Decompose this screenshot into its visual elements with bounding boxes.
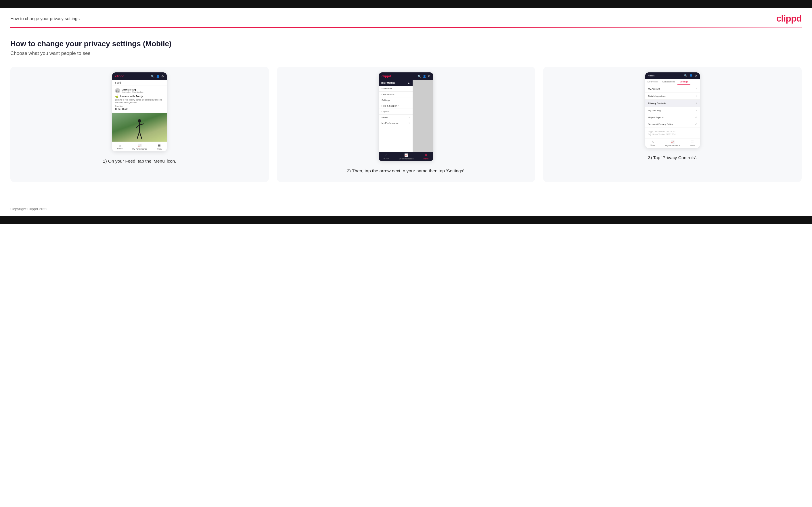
phone2-logo: clippd: [382, 74, 391, 78]
user-icon: 👤: [689, 74, 693, 77]
menu-section-home-label: Home: [382, 116, 388, 119]
feed-description: Looking to feel like my hands are exitin…: [115, 99, 164, 104]
phone1-feed-tab: Feed: [112, 80, 167, 86]
phone1-menu-tab[interactable]: ☰ Menu: [157, 144, 162, 150]
phone1-header: clippd 🔍 👤 ⚙: [112, 72, 167, 80]
phone2-menu-panel: Blair McHarg ▲ My Profile Connections Se…: [379, 80, 413, 152]
phone3-tabs: My Profile Connections Settings: [645, 79, 700, 85]
back-button[interactable]: ‹ Back: [648, 74, 655, 77]
setting-help-support-label: Help & Support: [648, 116, 664, 119]
performance-icon: 📈: [404, 153, 408, 157]
phone3-icons: 🔍 👤 ⚙: [684, 74, 697, 77]
menu-icon: ☰: [158, 144, 161, 147]
search-icon: 🔍: [151, 75, 154, 78]
phone2-icons: 🔍 👤 ⚙: [417, 75, 430, 78]
phone3-home-tab: ⌂ Home: [650, 140, 656, 147]
menu-item-connections[interactable]: Connections: [379, 92, 413, 97]
menu-label: Menu: [690, 145, 695, 147]
svg-point-0: [138, 119, 141, 123]
menu-label: Menu: [157, 148, 162, 150]
footer: Copyright Clippd 2022: [0, 202, 812, 216]
version-text-1: Clippd Client Version: 2022.8.3-3: [648, 130, 675, 132]
home-label: Home: [384, 157, 389, 159]
logo: clippd: [776, 13, 802, 24]
home-label: Home: [117, 148, 122, 150]
setting-service-privacy[interactable]: Service & Privacy Policy ↗: [645, 121, 700, 128]
phone3-bottom-nav: ⌂ Home 📈 My Performance ☰ Menu: [645, 138, 700, 148]
setting-service-privacy-label: Service & Privacy Policy: [648, 123, 673, 125]
main-content: How to change your privacy settings (Mob…: [0, 28, 812, 202]
phone1-bottom-nav: ⌂ Home 📈 My Performance ☰ Menu: [112, 142, 167, 151]
phone2-header: clippd 🔍 👤 ⚙: [379, 72, 433, 80]
version-text-2: GQL Server Version: 2022.7.30-1: [648, 133, 676, 135]
setting-privacy-controls[interactable]: Privacy Controls ›: [645, 100, 700, 107]
phone1-icons: 🔍 👤 ⚙: [151, 75, 164, 78]
performance-label: My Performance: [665, 145, 680, 147]
phone3-menu-tab[interactable]: ☰ Menu: [690, 140, 695, 147]
phone1-logo: clippd: [115, 74, 124, 78]
golf-image: [112, 113, 167, 142]
feed-duration-value: 01 hr : 30 min: [115, 108, 128, 110]
menu-icon: ☰: [691, 140, 694, 144]
menu-user-row: Blair McHarg ▲: [379, 80, 413, 86]
setting-my-golf-bag[interactable]: My Golf Bag ›: [645, 107, 700, 114]
menu-item-my-profile[interactable]: My Profile: [379, 86, 413, 92]
step-1-caption: 1) On your Feed, tap the 'Menu' icon.: [103, 158, 176, 164]
phone3-performance-tab: 📈 My Performance: [665, 140, 680, 147]
phone2-performance-tab: 📈 My Performance: [399, 153, 413, 160]
tab-settings[interactable]: Settings: [677, 79, 691, 85]
setting-help-support[interactable]: Help & Support ↗: [645, 114, 700, 121]
chevron-down-icon-2: ▾: [409, 122, 410, 124]
menu-item-help-support[interactable]: Help & Support: [379, 103, 413, 109]
setting-my-golf-bag-label: My Golf Bag: [648, 109, 661, 112]
phone2-home-tab: ⌂ Home: [384, 153, 389, 160]
menu-section-performance[interactable]: My Performance ▾: [379, 120, 413, 126]
phone2-menu-close-tab[interactable]: ✕ Menu: [423, 153, 428, 160]
chevron-right-icon-3: ›: [696, 102, 697, 105]
chevron-right-icon-4: ›: [696, 109, 697, 112]
setting-my-account[interactable]: My Account ›: [645, 85, 700, 93]
feed-user-name: Blair McHarg: [121, 89, 144, 91]
setting-privacy-controls-label: Privacy Controls: [648, 102, 666, 105]
search-icon: 🔍: [417, 75, 421, 78]
phone1-performance-tab: 📈 My Performance: [132, 144, 147, 150]
feed-user-row: BM Blair McHarg Yesterday · Sunningdale: [115, 88, 164, 93]
tab-my-profile[interactable]: My Profile: [645, 79, 660, 85]
chevron-right-icon-2: ›: [696, 95, 697, 97]
setting-data-integrations-label: Data Integrations: [648, 95, 666, 97]
close-icon: ✕: [425, 153, 427, 157]
golf-icon: ⛳: [115, 95, 118, 98]
tab-connections[interactable]: Connections: [660, 79, 677, 85]
menu-item-settings[interactable]: Settings: [379, 97, 413, 103]
performance-label: My Performance: [399, 158, 413, 160]
svg-line-2: [136, 125, 140, 128]
menu-section-home[interactable]: Home ▾: [379, 115, 413, 120]
svg-line-5: [140, 131, 142, 139]
performance-icon: 📈: [138, 144, 142, 147]
steps-grid: clippd 🔍 👤 ⚙ Feed BM Blair McHarg: [10, 67, 802, 182]
step-2-card: clippd 🔍 👤 ⚙ Blair McHarg: [277, 67, 536, 182]
feed-user-meta: Yesterday · Sunningdale: [121, 91, 144, 93]
menu-section-performance-label: My Performance: [382, 122, 399, 124]
page-title: How to change your privacy settings (Mob…: [10, 39, 802, 48]
home-label: Home: [650, 144, 656, 146]
step-3-caption: 3) Tap 'Privacy Controls'.: [648, 154, 697, 161]
performance-label: My Performance: [132, 148, 147, 150]
feed-lesson-title: Lesson with Fordy: [120, 95, 143, 98]
menu-item-logout[interactable]: Logout: [379, 109, 413, 115]
search-icon: 🔍: [684, 74, 688, 77]
settings-icon: ⚙: [695, 74, 697, 77]
setting-data-integrations[interactable]: Data Integrations ›: [645, 93, 700, 100]
home-icon: ⌂: [385, 153, 387, 157]
avatar: BM: [115, 88, 120, 93]
user-icon: 👤: [423, 75, 426, 78]
header: How to change your privacy settings clip…: [0, 8, 812, 27]
page-subtitle: Choose what you want people to see: [10, 51, 802, 56]
menu-label: Menu: [423, 158, 428, 160]
menu-collapse-icon[interactable]: ▲: [408, 81, 410, 84]
step-3-card: ‹ Back 🔍 👤 ⚙ My Profile Connections Sett…: [543, 67, 802, 182]
feed-lesson-row: ⛳ Lesson with Fordy: [115, 95, 164, 98]
phone3-version: Clippd Client Version: 2022.8.3-3 GQL Se…: [645, 128, 700, 138]
phone2-bottom-nav: ⌂ Home 📈 My Performance ✕ Menu: [379, 152, 433, 161]
phone3-back-bar: ‹ Back 🔍 👤 ⚙: [645, 72, 700, 79]
